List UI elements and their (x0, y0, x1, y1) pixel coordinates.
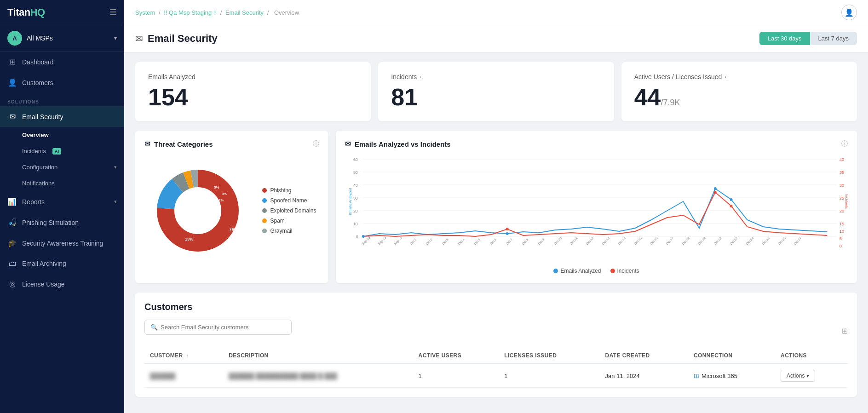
actions-button[interactable]: Actions ▾ (781, 370, 815, 382)
legend-label: Incidents (617, 268, 639, 274)
svg-text:Oct 8: Oct 8 (521, 238, 529, 246)
sidebar-item-reports[interactable]: 📊 Reports ▾ (0, 191, 124, 212)
breadcrumb-solution[interactable]: Email Security (225, 9, 264, 16)
search-bar[interactable]: 🔍 (144, 320, 292, 335)
msp-selector[interactable]: A All MSPs ▾ (0, 25, 124, 52)
cell-licenses-issued: 1 (499, 364, 599, 388)
stat-value-emails: 154 (148, 84, 358, 110)
donut-container: 76% 13% 5% 3% 2% Phishing Spoofed (144, 155, 319, 266)
connection-badge: ⊞ Microsoft 365 (694, 372, 770, 379)
sidebar-item-email-archiving[interactable]: 🗃 Email Archiving (0, 253, 124, 274)
chevron-down-icon: ▾ (114, 199, 117, 205)
svg-text:Oct 5: Oct 5 (473, 238, 481, 246)
svg-point-34 (362, 235, 365, 238)
sidebar-subitem-incidents[interactable]: Incidents AI (0, 143, 124, 159)
col-header-licenses-issued: Licenses Issued (499, 348, 599, 364)
sidebar-item-label: Dashboard (22, 58, 54, 66)
svg-text:Emails Analyzed: Emails Analyzed (348, 188, 352, 215)
sidebar-item-label: Email Security (22, 113, 63, 120)
svg-text:Oct 4: Oct 4 (457, 238, 465, 246)
email-chart-icon: ✉ (144, 140, 150, 148)
svg-point-5 (175, 188, 221, 234)
main-content: System / !! Qa Msp Staging !! / Email Se… (124, 0, 868, 413)
email-page-icon: ✉ (135, 33, 143, 44)
stat-label-emails: Emails Analyzed (148, 73, 358, 80)
topbar-right: 👤 (841, 5, 857, 20)
search-input[interactable] (161, 324, 286, 331)
cell-actions: Actions ▾ (775, 364, 848, 388)
hamburger-icon[interactable]: ☰ (109, 7, 117, 17)
charts-row: ✉ Threat Categories ⓘ (135, 131, 857, 283)
user-avatar-icon[interactable]: 👤 (841, 5, 857, 20)
legend-incidents: Incidents (610, 268, 639, 274)
svg-text:13%: 13% (185, 237, 193, 241)
sidebar-item-license-usage[interactable]: ◎ License Usage (0, 274, 124, 294)
svg-text:15: 15 (839, 222, 844, 226)
svg-text:Oct 27: Oct 27 (793, 236, 802, 246)
legend-dot (610, 269, 615, 273)
svg-text:Oct 1: Oct 1 (409, 238, 417, 246)
grid-view-icon[interactable]: ⊞ (842, 327, 848, 335)
solutions-label: SOLUTIONS (0, 93, 124, 106)
col-header-customer[interactable]: Customer ↑ (144, 348, 223, 364)
content: Emails Analyzed 154 Incidents › 81 Activ… (124, 53, 868, 406)
svg-point-39 (714, 191, 717, 194)
stat-value-incidents: 81 (391, 84, 601, 110)
chevron-down-icon: ▾ (114, 164, 117, 170)
sidebar-subitem-overview[interactable]: Overview (0, 127, 124, 143)
info-icon[interactable]: ⓘ (313, 140, 319, 148)
line-chart-svg: 60 50 40 30 20 10 0 40 35 30 25 20 15 (345, 155, 848, 261)
email-icon: ✉ (7, 112, 17, 121)
sidebar-subitem-notifications[interactable]: Notifications (0, 175, 124, 191)
emails-line (363, 189, 828, 236)
info-icon[interactable]: ⓘ (841, 140, 848, 148)
legend-dot (553, 269, 558, 273)
legend-emails-analyzed: Emails Analyzed (553, 268, 601, 274)
sidebar-item-dashboard[interactable]: ⊞ Dashboard (0, 52, 124, 72)
legend-label: Spoofed Name (270, 197, 307, 204)
chart-title-threats: ✉ Threat Categories ⓘ (144, 140, 319, 148)
legend-dot (262, 229, 267, 233)
svg-text:Oct 19: Oct 19 (697, 236, 706, 246)
date-btn-30days[interactable]: Last 30 days (759, 32, 810, 45)
svg-text:30: 30 (353, 196, 358, 201)
sidebar-item-customers[interactable]: 👤 Customers (0, 72, 124, 93)
breadcrumb-msp[interactable]: !! Qa Msp Staging !! (164, 9, 217, 16)
svg-text:40: 40 (353, 183, 358, 188)
svg-text:76%: 76% (229, 227, 238, 232)
legend-item-exploited: Exploited Domains (262, 207, 316, 214)
svg-text:Oct 15: Oct 15 (633, 236, 642, 246)
svg-text:2%: 2% (218, 198, 224, 202)
date-btn-7days[interactable]: Last 7 days (810, 32, 857, 45)
stat-label-users: Active Users / Licenses Issued › (634, 73, 844, 80)
sort-arrow-icon: ↑ (186, 353, 188, 358)
date-filter: Last 30 days Last 7 days (759, 32, 857, 45)
svg-text:0: 0 (839, 244, 842, 248)
svg-text:Incidents: Incidents (845, 194, 848, 209)
svg-text:Oct 18: Oct 18 (681, 236, 690, 246)
sidebar-item-phishing-simulation[interactable]: 🎣 Phishing Simulation (0, 212, 124, 233)
breadcrumb-system[interactable]: System (135, 9, 155, 16)
security-awareness-icon: 🎓 (7, 239, 17, 247)
svg-text:Oct 3: Oct 3 (441, 238, 449, 246)
legend-dot (262, 198, 267, 203)
svg-text:35: 35 (839, 170, 844, 175)
email-line-icon: ✉ (345, 140, 351, 148)
sidebar-item-label: Email Archiving (22, 260, 66, 267)
sidebar-subitem-configuration[interactable]: Configuration ▾ (0, 159, 124, 175)
legend-label: Graymail (270, 228, 292, 234)
svg-text:Oct 17: Oct 17 (665, 236, 674, 246)
page-header: ✉ Email Security Last 30 days Last 7 day… (124, 25, 868, 53)
svg-point-36 (714, 187, 717, 190)
reports-icon: 📊 (7, 197, 17, 206)
sidebar-item-security-awareness[interactable]: 🎓 Security Awareness Training (0, 233, 124, 253)
page-title-row: ✉ Email Security (135, 33, 218, 45)
svg-text:30: 30 (839, 183, 844, 188)
svg-text:Oct 23: Oct 23 (729, 236, 738, 246)
customers-table: Customer ↑ Description Active Users Lice… (144, 348, 848, 388)
emails-vs-incidents-card: ✉ Emails Analyzed vs Incidents ⓘ 60 50 4… (336, 131, 857, 283)
table-header-row: Customer ↑ Description Active Users Lice… (144, 348, 848, 364)
svg-text:40: 40 (839, 157, 844, 162)
incidents-line (363, 192, 828, 236)
sidebar-item-email-security[interactable]: ✉ Email Security (0, 106, 124, 127)
